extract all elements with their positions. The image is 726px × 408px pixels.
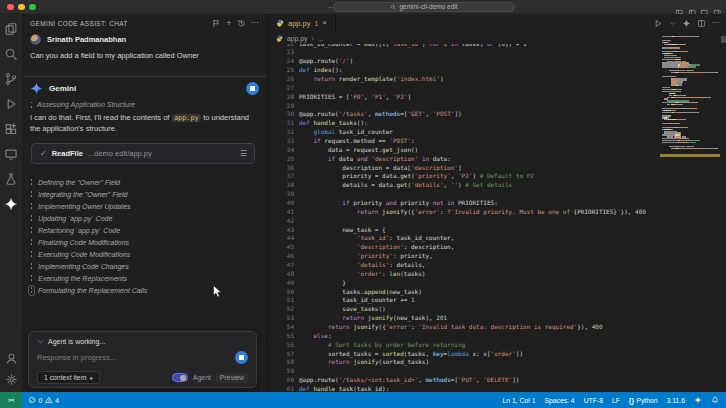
status-item-python[interactable]: {}Python (629, 397, 658, 404)
code-line[interactable]: 'order': len(tasks) (299, 270, 660, 279)
activity-item-search[interactable] (4, 47, 18, 61)
line-number[interactable]: 59 (268, 367, 294, 376)
status-item-ln-1-col-1[interactable]: Ln 1, Col 1 (503, 397, 536, 404)
gutter[interactable]: 2223242526272829303132333435363738394041… (268, 40, 294, 393)
gemini-action-icon[interactable] (682, 19, 691, 28)
code-line[interactable]: def index(): (299, 66, 660, 75)
agent-working-status[interactable]: Agent is working... (37, 338, 248, 345)
activity-item-live-preview[interactable] (4, 147, 18, 161)
line-number[interactable]: 48 (268, 270, 294, 279)
status-item-utf-8[interactable]: UTF-8 (584, 397, 603, 404)
line-number[interactable]: 49 (268, 279, 294, 288)
activity-item-extensions[interactable] (4, 122, 18, 136)
line-number[interactable]: 57 (268, 350, 294, 359)
file-chip[interactable]: app.py (172, 114, 202, 122)
activity-item-account[interactable] (5, 352, 18, 365)
line-number[interactable]: 37 (268, 172, 294, 181)
minimap[interactable] (662, 36, 718, 149)
code-line[interactable]: } (299, 279, 660, 288)
code-line[interactable]: if data and 'description' in data: (299, 155, 660, 164)
code-line[interactable]: global task_id_counter (299, 128, 660, 137)
line-number[interactable]: 56 (268, 341, 294, 350)
close-window-button[interactable] (7, 4, 14, 11)
problems-indicator[interactable]: 0 4 (22, 396, 59, 404)
code-line[interactable]: priority = data.get('priority', 'P2') # … (299, 172, 660, 181)
line-number[interactable]: 24 (268, 57, 294, 66)
line-number[interactable]: 45 (268, 243, 294, 252)
line-number[interactable]: 39 (268, 190, 294, 199)
code-line[interactable]: if priority and priority not in PRIORITI… (299, 199, 660, 208)
status-item-spaces-4[interactable]: Spaces: 4 (544, 397, 574, 404)
line-number[interactable]: 44 (268, 234, 294, 243)
minimize-window-button[interactable] (18, 4, 25, 11)
breadcrumb-file[interactable]: app.py (287, 35, 307, 42)
code-line[interactable]: # Sort tasks by order before returning (299, 341, 660, 350)
new-chat-icon[interactable]: + (226, 19, 231, 27)
history-icon[interactable] (237, 19, 246, 28)
code-line[interactable]: return jsonify({'error': 'Invalid task d… (299, 323, 660, 332)
line-number[interactable]: 31 (268, 119, 294, 128)
code-line[interactable]: return render_template('index.html') (299, 75, 660, 84)
line-number[interactable]: 25 (268, 66, 294, 75)
split-editor-icon[interactable] (697, 19, 706, 28)
agent-mode-toggle[interactable] (172, 373, 188, 382)
run-python-icon[interactable] (654, 19, 663, 28)
line-number[interactable]: 50 (268, 288, 294, 297)
code-line[interactable]: if request.method == 'POST': (299, 137, 660, 146)
code-line[interactable]: new_task = { (299, 226, 660, 235)
code-line[interactable]: PRIORITIES = ['P0', 'P1', 'P2'] (299, 93, 660, 102)
code-line[interactable]: tasks.append(new_task) (299, 288, 660, 297)
status-item-star[interactable] (694, 396, 702, 404)
activity-item-run-debug[interactable] (4, 97, 18, 111)
context-items-button[interactable]: 1 context item ▸ (37, 371, 100, 384)
code-line[interactable]: task_id_counter += 1 (299, 296, 660, 305)
code-line[interactable]: 'details': details, (299, 261, 660, 270)
line-number[interactable]: 54 (268, 323, 294, 332)
line-number[interactable]: 55 (268, 332, 294, 341)
code-line[interactable] (299, 217, 660, 226)
status-item-bell[interactable] (711, 396, 719, 404)
code-line[interactable]: else: (299, 332, 660, 341)
breadcrumb[interactable]: app.py › ... (268, 32, 660, 44)
status-item-lf[interactable]: LF (612, 397, 620, 404)
activity-item-settings[interactable] (5, 373, 18, 386)
tab-app-py[interactable]: app.py 1 × (268, 14, 336, 32)
activity-item-explorer[interactable] (4, 22, 18, 36)
code-line[interactable] (299, 48, 660, 57)
code-line[interactable]: def handle_tasks(): (299, 119, 660, 128)
line-number[interactable]: 46 (268, 252, 294, 261)
more-actions-icon[interactable]: ⋯ (251, 20, 260, 26)
scrollbar-thumb[interactable] (721, 36, 726, 43)
line-number[interactable]: 41 (268, 208, 294, 217)
breadcrumb-more[interactable]: ... (318, 35, 324, 42)
activity-item-gemini[interactable] (4, 197, 18, 211)
code-line[interactable]: 'task_id': task_id_counter, (299, 234, 660, 243)
line-number[interactable]: 53 (268, 314, 294, 323)
editor-more-actions-icon[interactable]: ⋯ (712, 20, 721, 26)
code-line[interactable]: return jsonify({'error': f'Invalid prior… (299, 208, 660, 217)
code-line[interactable]: save_tasks() (299, 305, 660, 314)
line-number[interactable]: 43 (268, 226, 294, 235)
line-number[interactable]: 40 (268, 199, 294, 208)
activity-item-testing[interactable] (4, 172, 18, 186)
line-number[interactable]: 42 (268, 217, 294, 226)
line-number[interactable]: 34 (268, 146, 294, 155)
run-dropdown-icon[interactable] (669, 20, 676, 27)
code-line[interactable]: @app.route('/tasks/<int:task_id>', metho… (299, 376, 660, 385)
command-center-search[interactable]: gemini-cli-demo edit (333, 2, 515, 12)
code-line[interactable]: return jsonify(sorted_tasks) (299, 358, 660, 367)
code-line[interactable]: def handle_task(task_id): (299, 385, 660, 392)
line-number[interactable]: 36 (268, 164, 294, 173)
stop-generation-button[interactable] (235, 351, 248, 364)
line-number[interactable]: 51 (268, 296, 294, 305)
line-number[interactable]: 30 (268, 110, 294, 119)
line-number[interactable]: 32 (268, 128, 294, 137)
code-line[interactable]: 'description': description, (299, 243, 660, 252)
code-line[interactable]: data = request.get_json() (299, 146, 660, 155)
line-number[interactable]: 60 (268, 376, 294, 385)
code-line[interactable]: details = data.get('details', '') # Get … (299, 181, 660, 190)
remote-indicator[interactable]: >< (0, 392, 22, 408)
code-line[interactable]: description = data['description'] (299, 164, 660, 173)
status-item-3-11-6[interactable]: 3.11.6 (667, 397, 685, 404)
close-tab-icon[interactable]: × (322, 19, 327, 27)
